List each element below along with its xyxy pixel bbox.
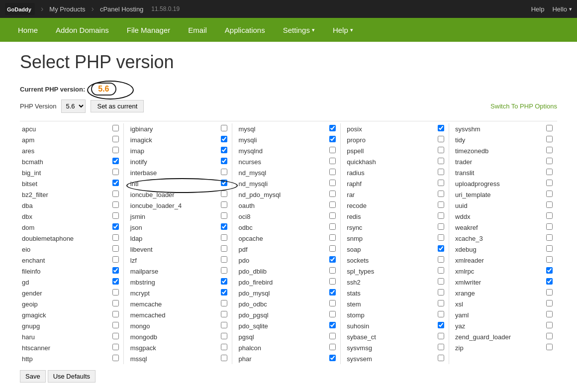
ext-checkbox[interactable] xyxy=(112,245,119,252)
ext-checkbox[interactable] xyxy=(112,191,119,197)
ext-checkbox[interactable] xyxy=(221,311,227,317)
ext-checkbox[interactable] xyxy=(438,191,444,197)
ext-checkbox[interactable] xyxy=(221,333,227,339)
ext-checkbox[interactable] xyxy=(546,147,553,153)
ext-checkbox[interactable] xyxy=(112,212,119,219)
ext-checkbox[interactable] xyxy=(112,322,119,328)
ext-checkbox[interactable] xyxy=(112,125,119,131)
ext-checkbox[interactable] xyxy=(221,234,227,241)
ext-checkbox[interactable] xyxy=(221,125,227,131)
ext-checkbox[interactable] xyxy=(221,245,227,252)
save-button[interactable]: Save xyxy=(20,370,46,383)
ext-checkbox[interactable] xyxy=(546,191,553,197)
ext-checkbox[interactable] xyxy=(221,158,227,164)
ext-checkbox[interactable] xyxy=(546,169,553,175)
ext-checkbox[interactable] xyxy=(221,136,227,142)
ext-checkbox[interactable] xyxy=(329,245,336,252)
ext-checkbox[interactable] xyxy=(112,289,119,295)
ext-checkbox[interactable] xyxy=(438,169,444,175)
ext-checkbox[interactable] xyxy=(112,169,119,175)
ext-checkbox[interactable] xyxy=(438,147,444,153)
ext-checkbox[interactable] xyxy=(112,267,119,274)
ext-checkbox[interactable] xyxy=(329,136,336,142)
ext-checkbox[interactable] xyxy=(438,267,444,274)
ext-checkbox[interactable] xyxy=(438,333,444,339)
php-version-select[interactable]: 5.6 7.0 7.1 7.2 xyxy=(61,99,86,113)
ext-checkbox[interactable] xyxy=(438,223,444,230)
ext-checkbox[interactable] xyxy=(329,191,336,197)
nav-home[interactable]: Home xyxy=(10,20,46,40)
ext-checkbox[interactable] xyxy=(112,158,119,164)
ext-checkbox[interactable] xyxy=(112,333,119,339)
ext-checkbox[interactable] xyxy=(329,223,336,230)
ext-checkbox[interactable] xyxy=(546,125,553,131)
ext-checkbox[interactable] xyxy=(221,201,227,208)
nav-applications[interactable]: Applications xyxy=(217,20,273,40)
ext-checkbox[interactable] xyxy=(546,256,553,263)
ext-checkbox[interactable] xyxy=(112,180,119,186)
nav-file-manager[interactable]: File Manager xyxy=(119,20,179,40)
ext-checkbox[interactable] xyxy=(112,147,119,153)
ext-checkbox[interactable] xyxy=(112,278,119,285)
ext-checkbox[interactable] xyxy=(438,158,444,164)
ext-checkbox[interactable] xyxy=(546,223,553,230)
ext-checkbox[interactable] xyxy=(112,136,119,142)
ext-checkbox[interactable] xyxy=(329,267,336,274)
nav-settings[interactable]: Settings ▾ xyxy=(275,20,323,40)
ext-checkbox[interactable] xyxy=(221,212,227,219)
ext-checkbox[interactable] xyxy=(438,212,444,219)
ext-checkbox[interactable] xyxy=(438,322,444,328)
ext-checkbox[interactable] xyxy=(329,333,336,339)
ext-checkbox[interactable] xyxy=(221,256,227,263)
ext-checkbox[interactable] xyxy=(546,180,553,186)
ext-checkbox[interactable] xyxy=(438,289,444,295)
ext-checkbox[interactable] xyxy=(221,267,227,274)
ext-checkbox[interactable] xyxy=(112,344,119,350)
set-as-current-button[interactable]: Set as current xyxy=(91,100,144,112)
ext-checkbox[interactable] xyxy=(329,300,336,306)
ext-checkbox[interactable] xyxy=(221,147,227,153)
ext-checkbox[interactable] xyxy=(546,289,553,295)
ext-checkbox[interactable] xyxy=(438,234,444,241)
ext-checkbox[interactable] xyxy=(221,223,227,230)
ext-checkbox[interactable] xyxy=(221,322,227,328)
ext-checkbox[interactable] xyxy=(546,322,553,328)
ext-checkbox[interactable] xyxy=(221,169,227,175)
switch-options-link[interactable]: Switch To PHP Options xyxy=(490,102,557,110)
ext-checkbox[interactable] xyxy=(438,278,444,285)
ext-checkbox[interactable] xyxy=(438,136,444,142)
ext-checkbox[interactable] xyxy=(329,256,336,263)
ext-checkbox[interactable] xyxy=(112,234,119,241)
ext-checkbox[interactable] xyxy=(329,147,336,153)
ext-checkbox[interactable] xyxy=(438,300,444,306)
ext-checkbox[interactable] xyxy=(438,125,444,131)
ext-checkbox[interactable] xyxy=(112,223,119,230)
ext-checkbox[interactable] xyxy=(112,311,119,317)
ext-checkbox[interactable] xyxy=(546,245,553,252)
godaddy-logo[interactable]: GoDaddy xyxy=(5,3,35,15)
ext-checkbox[interactable] xyxy=(546,212,553,219)
hello-dropdown[interactable]: Hello ▾ xyxy=(552,5,572,13)
ext-checkbox[interactable] xyxy=(221,344,227,350)
ext-checkbox[interactable] xyxy=(546,267,553,274)
ext-checkbox[interactable] xyxy=(329,322,336,328)
ext-checkbox[interactable] xyxy=(438,344,444,350)
ext-checkbox[interactable] xyxy=(329,180,336,186)
ext-checkbox[interactable] xyxy=(329,212,336,219)
ext-checkbox[interactable] xyxy=(546,158,553,164)
ext-checkbox[interactable] xyxy=(438,180,444,186)
ext-checkbox[interactable] xyxy=(438,201,444,208)
nav-help[interactable]: Help ▾ xyxy=(325,20,361,40)
ext-checkbox[interactable] xyxy=(329,169,336,175)
ext-checkbox[interactable] xyxy=(546,201,553,208)
ext-checkbox[interactable] xyxy=(329,355,336,361)
ext-checkbox[interactable] xyxy=(546,311,553,317)
ext-checkbox[interactable] xyxy=(546,278,553,285)
nav-email[interactable]: Email xyxy=(180,20,215,40)
ext-checkbox[interactable] xyxy=(546,300,553,306)
ext-checkbox[interactable] xyxy=(112,201,119,208)
ext-checkbox[interactable] xyxy=(329,278,336,285)
ext-checkbox[interactable] xyxy=(329,289,336,295)
ext-checkbox[interactable] xyxy=(112,300,119,306)
ext-checkbox[interactable] xyxy=(438,355,444,361)
